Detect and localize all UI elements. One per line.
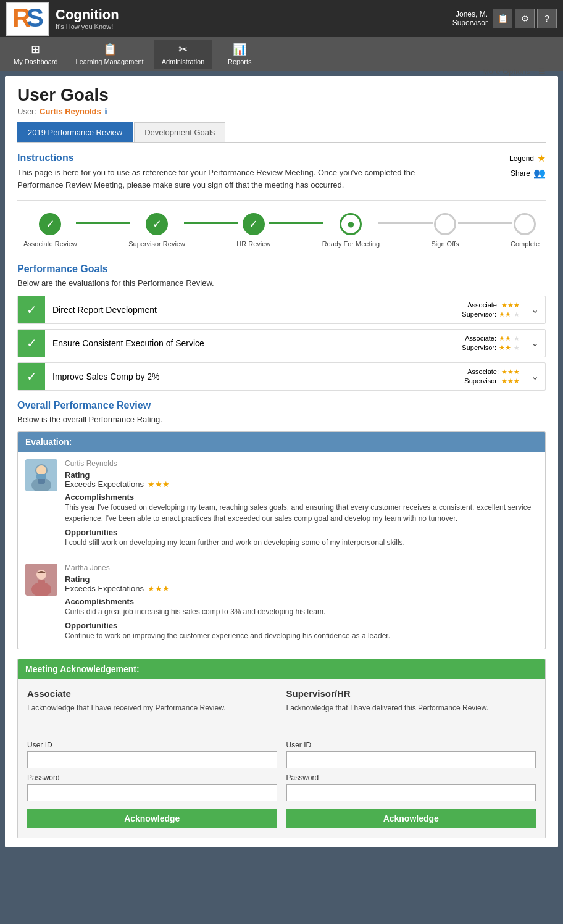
ack-assoc-userid-input[interactable] (27, 751, 277, 768)
avatar-curtis (25, 459, 57, 491)
nav-label-administration: Administration (162, 58, 205, 65)
goal-item-3: ✓ Improve Sales Comp by 2% Associate: ★★… (17, 362, 546, 391)
goal-ratings-1: Associate: ★★★ Supervisor: ★★★ (457, 298, 525, 322)
step-label-associate: Associate Review (23, 240, 77, 248)
tab-development-goals[interactable]: Development Goals (134, 122, 225, 142)
supervisor-label-2: Supervisor: (462, 344, 496, 351)
messages-button[interactable]: 📋 (493, 9, 512, 28)
settings-button[interactable]: ⚙ (515, 9, 535, 28)
eval-rating-text-1: Exceeds Expectations (65, 480, 144, 489)
nav-item-dashboard[interactable]: ⊞ My Dashboard (6, 40, 65, 69)
goal-name-3: Improve Sales Comp by 2% (45, 365, 459, 388)
step-label-supervisor: Supervisor Review (128, 240, 185, 248)
logo-box: R S (6, 2, 49, 36)
user-role: Supervisor (452, 19, 488, 27)
ack-associate-role: Associate (27, 688, 277, 699)
ack-sup-userid-label: User ID (286, 741, 536, 749)
acknowledge-supervisor-button[interactable]: Acknowledge (286, 809, 536, 828)
brand-text: Cognition It's How you Know! (56, 7, 119, 30)
learning-icon: 📋 (103, 43, 117, 56)
eval-rating-label-2: Rating (65, 575, 538, 584)
administration-icon: ✂ (178, 43, 188, 56)
user-name: Jones, M. (452, 10, 488, 19)
accomplishments-text-2: Curtis did a great job increasing his sa… (65, 606, 538, 617)
acknowledge-associate-button[interactable]: Acknowledge (27, 809, 277, 828)
tab-performance-review[interactable]: 2019 Performance Review (17, 122, 133, 142)
tab-bar: 2019 Performance Review Development Goal… (17, 122, 546, 143)
step-sign-offs: Sign Offs (432, 213, 459, 248)
ack-associate: Associate I acknowledge that I have rece… (27, 688, 277, 828)
step-line-5 (458, 222, 512, 224)
opportunities-text-2: Continue to work on improving the custom… (65, 630, 538, 641)
evaluation-header: Evaluation: (18, 432, 545, 452)
associate-rating-3: Associate: ★★★ (467, 368, 520, 376)
ack-sup-password-label: Password (286, 773, 536, 782)
opportunities-text-1: I could still work on developing my team… (65, 537, 538, 548)
nav-item-learning[interactable]: 📋 Learning Management (69, 40, 151, 69)
goal-name-1: Direct Report Development (45, 299, 457, 321)
reports-icon: 📊 (233, 43, 246, 56)
svg-point-6 (36, 465, 46, 475)
step-complete: Complete (511, 213, 540, 248)
goal-expand-2[interactable]: ⌄ (525, 337, 545, 349)
instructions-title: Instructions (17, 152, 437, 164)
step-supervisor-review: ✓ Supervisor Review (128, 213, 185, 248)
associate-rating-2: Associate: ★★★ (465, 335, 520, 343)
legend-label: Legend (509, 154, 534, 163)
ack-assoc-password-label: Password (27, 773, 277, 782)
instructions-text: This page is here for you to use as refe… (17, 167, 437, 191)
assoc-stars-1: ★★★ (501, 301, 520, 309)
help-button[interactable]: ? (537, 9, 557, 28)
user-info-icon[interactable]: ℹ (104, 107, 107, 116)
assoc-stars-2: ★★ (499, 335, 511, 343)
nav-label-dashboard: My Dashboard (14, 58, 58, 65)
step-line-1 (76, 222, 130, 224)
nav-item-reports[interactable]: 📊 Reports (215, 40, 264, 69)
ack-assoc-password-input[interactable] (27, 784, 277, 801)
user-link[interactable]: Curtis Reynolds (40, 107, 101, 116)
acknowledgement-section: Meeting Acknowledgement: Associate I ack… (17, 659, 546, 838)
goal-expand-3[interactable]: ⌄ (525, 370, 545, 382)
step-circle-associate: ✓ (39, 213, 61, 235)
step-circle-meeting: ● (340, 213, 362, 235)
step-line-2 (184, 222, 238, 224)
more-options-button[interactable]: More Options - ☰ (482, 67, 546, 76)
ack-sup-userid-input[interactable] (286, 751, 536, 768)
steps-container: ✓ Associate Review ✓ Supervisor Review ✓… (23, 213, 540, 248)
share-icon: 👥 (533, 167, 546, 179)
goal-expand-1[interactable]: ⌄ (525, 304, 545, 315)
ack-sup-password-input[interactable] (286, 784, 536, 801)
eval-name-2: Martha Jones (65, 564, 538, 572)
step-ready-meeting: ● Ready For Meeting (322, 213, 380, 248)
step-label-meeting: Ready For Meeting (322, 240, 380, 248)
supervisor-label-1: Supervisor: (462, 310, 496, 318)
ack-header: Meeting Acknowledgement: (18, 659, 545, 679)
logo-area: R S Cognition It's How you Know! (6, 2, 119, 36)
user-label: User: (17, 107, 36, 116)
brand-name: Cognition (56, 7, 119, 23)
ack-supervisor-text: I acknowledge that I have delivered this… (286, 702, 536, 733)
eval-rating-label-1: Rating (65, 470, 538, 480)
nav-label-reports: Reports (228, 58, 252, 65)
legend-button[interactable]: Legend ★ (509, 152, 546, 164)
sup-stars-2: ★★ (499, 344, 511, 352)
dashboard-icon: ⊞ (31, 43, 40, 56)
page-subtitle: User: Curtis Reynolds ℹ (17, 107, 109, 116)
user-controls: Jones, M. Supervisor 📋 ⚙ ? (452, 9, 557, 28)
eval-stars-1: ★★★ (148, 480, 170, 489)
performance-goals-title: Performance Goals (17, 264, 546, 275)
associate-rating-1: Associate: ★★★ (467, 301, 520, 309)
page-title: User Goals (17, 85, 109, 105)
nav-item-administration[interactable]: ✂ Administration (154, 40, 212, 69)
step-circle-complete (514, 213, 536, 235)
step-circle-supervisor: ✓ (146, 213, 168, 235)
ack-body: Associate I acknowledge that I have rece… (18, 679, 545, 838)
goal-check-1: ✓ (18, 296, 45, 323)
goal-check-3: ✓ (18, 363, 45, 390)
svg-rect-12 (38, 580, 45, 588)
user-info: Jones, M. Supervisor (452, 10, 488, 27)
legend-icon: ★ (537, 152, 546, 164)
step-line-3 (269, 222, 323, 224)
supervisor-label-3: Supervisor: (464, 377, 499, 385)
share-button[interactable]: Share 👥 (511, 167, 546, 179)
